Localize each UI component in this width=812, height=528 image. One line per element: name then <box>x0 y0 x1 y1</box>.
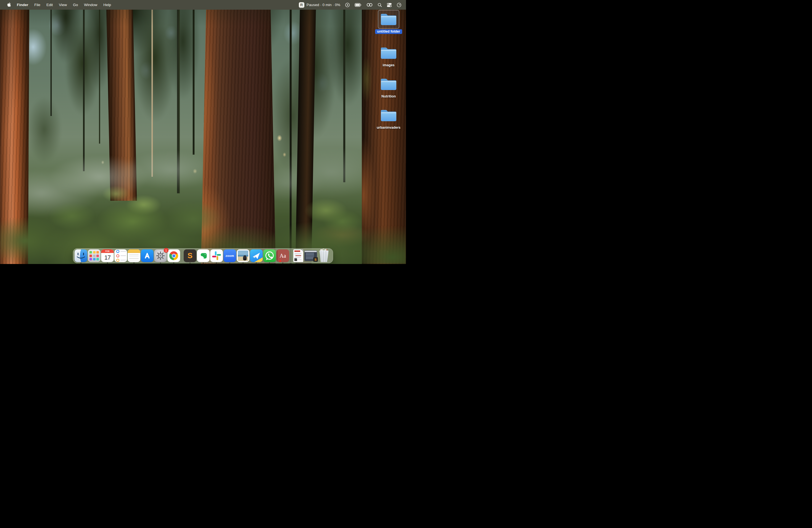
running-indicator <box>216 263 217 264</box>
running-indicator <box>189 263 191 264</box>
folder-nutrition[interactable]: Nutrition <box>373 75 404 99</box>
evernote-icon <box>197 249 209 262</box>
dock-reminders[interactable] <box>114 249 127 262</box>
running-indicator <box>160 263 161 264</box>
folder-label: images <box>381 63 396 68</box>
recorder-status-item[interactable]: R Paused · 0 min · 0% <box>299 2 340 8</box>
notes-icon <box>128 249 140 262</box>
dock-dictionary[interactable]: Aa <box>276 249 289 262</box>
running-indicator <box>133 263 134 264</box>
dock-evernote[interactable] <box>197 249 210 262</box>
dock-separator <box>291 250 291 262</box>
folder-urbaninvaders[interactable]: urbaninvaders <box>373 106 404 130</box>
macos-desktop-screen: Finder File Edit View Go Window Help R P… <box>0 0 406 264</box>
dock-trash[interactable] <box>317 249 331 262</box>
folder-images[interactable]: images <box>373 44 404 68</box>
play-circle-icon[interactable] <box>345 2 350 8</box>
running-indicator <box>282 263 284 264</box>
menu-app-name[interactable]: Finder <box>14 0 31 10</box>
dock-notes[interactable] <box>127 249 141 262</box>
desktop-wallpaper[interactable] <box>0 0 406 264</box>
folder-icon <box>378 10 400 29</box>
menu-file[interactable]: File <box>31 0 43 10</box>
slack-icon <box>210 249 223 262</box>
dock-finder[interactable] <box>74 249 88 262</box>
spotlight-search-icon[interactable] <box>378 3 382 7</box>
dock-app-store[interactable] <box>141 249 154 262</box>
folder-untitled-folder[interactable]: untitled folder <box>373 10 404 34</box>
running-indicator <box>173 263 174 264</box>
desktop-icons: untitled folder images Nutrition <box>373 0 404 264</box>
bookmark-icon <box>279 260 281 262</box>
launchpad-icon <box>88 249 101 262</box>
menu-edit[interactable]: Edit <box>43 0 56 10</box>
spark-icon <box>250 249 263 262</box>
wallpaper-vignette <box>0 0 406 264</box>
dock-system-settings[interactable]: 1 <box>154 249 167 262</box>
preview-icon <box>237 249 249 262</box>
dock-document-file[interactable] <box>292 249 304 262</box>
running-indicator <box>243 263 244 264</box>
link-icon[interactable] <box>366 3 373 7</box>
folder-label: urbaninvaders <box>375 126 402 130</box>
clock-icon[interactable] <box>396 2 402 8</box>
dock-spark[interactable] <box>250 249 263 262</box>
calendar-day: 17 <box>101 253 114 262</box>
running-indicator <box>229 263 230 264</box>
running-indicator <box>256 263 257 264</box>
dock-minimized-window[interactable]: S <box>304 249 317 262</box>
menu-bar-status: R Paused · 0 min · 0% <box>299 0 406 10</box>
chrome-icon <box>168 249 180 262</box>
recorder-r-badge: R <box>299 2 304 8</box>
dock-zoom[interactable]: zoom <box>223 249 236 262</box>
qr-code <box>294 258 297 261</box>
menu-view[interactable]: View <box>56 0 70 10</box>
minimized-window-thumbnail: S <box>304 249 317 262</box>
menu-bar: Finder File Edit View Go Window Help R P… <box>0 0 406 10</box>
document-file-icon <box>293 249 303 262</box>
folder-label: Nutrition <box>379 94 398 99</box>
calendar-month: FEB <box>101 249 114 253</box>
menu-bar-left: Finder File Edit View Go Window Help <box>0 0 114 10</box>
sublime-text-icon: S <box>184 249 197 262</box>
zoom-icon: zoom <box>223 249 236 262</box>
dock-sublime-text[interactable]: S <box>184 249 197 262</box>
calendar-icon: FEB 17 <box>101 249 114 262</box>
dictionary-aa-text: Aa <box>279 253 286 259</box>
reminders-icon <box>114 249 127 262</box>
dictionary-icon: Aa <box>276 249 289 262</box>
loupe-icon <box>243 256 247 260</box>
folder-icon <box>378 44 400 62</box>
dock: FEB 17 1 <box>73 248 333 263</box>
menu-window[interactable]: Window <box>81 0 100 10</box>
running-indicator <box>81 263 82 264</box>
running-indicator <box>203 263 204 264</box>
folder-icon <box>378 75 400 93</box>
dock-calendar[interactable]: FEB 17 <box>101 249 114 262</box>
finder-icon <box>75 249 87 262</box>
running-indicator <box>107 263 108 264</box>
dock-chrome[interactable] <box>167 249 180 262</box>
dock-whatsapp[interactable] <box>263 249 276 262</box>
trash-full-icon <box>318 249 330 262</box>
apple-logo-icon <box>6 2 11 8</box>
app-store-icon <box>141 249 154 262</box>
dock-preview[interactable] <box>236 249 250 262</box>
running-indicator <box>269 263 270 264</box>
dock-launchpad[interactable] <box>88 249 101 262</box>
control-center-icon[interactable] <box>387 3 392 7</box>
battery-icon[interactable] <box>354 3 362 7</box>
settings-notification-badge: 1 <box>164 248 169 253</box>
menu-go[interactable]: Go <box>70 0 81 10</box>
dock-slack[interactable] <box>210 249 223 262</box>
recorder-status-text: Paused · 0 min · 0% <box>307 3 340 7</box>
menu-help[interactable]: Help <box>100 0 114 10</box>
apple-menu[interactable] <box>4 0 14 10</box>
folder-label: untitled folder <box>375 29 402 34</box>
folder-icon <box>378 106 400 125</box>
whatsapp-icon <box>263 249 276 262</box>
